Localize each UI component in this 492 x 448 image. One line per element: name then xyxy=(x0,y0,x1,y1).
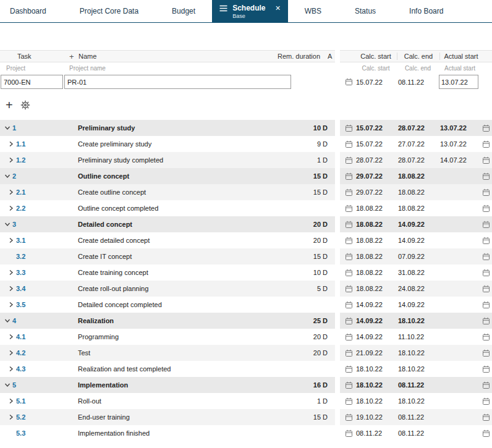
calendar-icon[interactable] xyxy=(480,413,492,421)
task-row[interactable]: 1.2Preliminary study completed1 D xyxy=(0,152,335,168)
calendar-icon[interactable] xyxy=(342,285,355,293)
date-row[interactable]: 18.08.2224.08.22 xyxy=(340,281,492,297)
date-row[interactable]: 18.08.2207.09.22 xyxy=(340,248,492,264)
chevron-right-icon[interactable] xyxy=(6,414,16,420)
date-row[interactable]: 18.08.2231.08.22 xyxy=(340,264,492,281)
calendar-icon[interactable] xyxy=(342,156,355,164)
column-header-calc-end[interactable]: Calc. end xyxy=(397,53,439,60)
chevron-right-icon[interactable] xyxy=(6,269,16,276)
task-row[interactable]: 1Preliminary study10 D xyxy=(0,120,335,136)
calendar-icon[interactable] xyxy=(480,333,492,341)
calendar-icon[interactable] xyxy=(480,269,492,277)
task-row[interactable]: 2.2Outline concept completed xyxy=(0,200,335,216)
calendar-icon[interactable] xyxy=(342,221,355,229)
column-header-calc-start[interactable]: Calc. start xyxy=(355,53,397,60)
chevron-right-icon[interactable] xyxy=(6,285,16,292)
project-id-input[interactable] xyxy=(1,75,63,89)
add-column-icon[interactable]: + xyxy=(69,52,78,61)
task-row[interactable]: 1.1Create preliminary study9 D xyxy=(0,136,335,152)
task-row[interactable]: 4Realization25 D xyxy=(0,313,335,329)
project-actual-start-input[interactable]: 13.07.22 xyxy=(439,75,478,89)
project-name-input[interactable] xyxy=(64,75,291,89)
date-row[interactable]: 18.10.2208.11.22 xyxy=(340,377,492,393)
chevron-down-icon[interactable] xyxy=(2,318,12,324)
date-row[interactable]: 21.09.2218.10.22 xyxy=(340,345,492,361)
menu-icon[interactable] xyxy=(219,5,227,12)
task-row[interactable]: 4.2Test20 D xyxy=(0,345,335,361)
task-row[interactable]: 3.2Create IT concept15 D xyxy=(0,248,335,264)
column-header-actual-start[interactable]: Actual start xyxy=(439,53,482,60)
task-row[interactable]: 3.1Create detailed concept20 D xyxy=(0,232,335,248)
task-row[interactable]: 5.3Implementation finished xyxy=(0,425,335,441)
tab-wbs[interactable]: WBS xyxy=(288,0,338,22)
calendar-icon[interactable] xyxy=(342,429,355,437)
date-row[interactable]: 19.10.2208.11.22 xyxy=(340,409,492,425)
calendar-icon[interactable] xyxy=(480,317,492,325)
chevron-right-icon[interactable] xyxy=(6,350,16,356)
tab-project-core-data[interactable]: Project Core Data xyxy=(63,0,155,22)
calendar-icon[interactable] xyxy=(480,285,492,293)
calendar-icon[interactable] xyxy=(342,124,355,132)
task-row[interactable]: 2.1Create outline concept15 D xyxy=(0,184,335,200)
date-row[interactable]: 08.11.2208.11.22 xyxy=(340,425,492,441)
date-row[interactable]: 29.07.2218.08.22 xyxy=(340,184,492,200)
calendar-icon[interactable] xyxy=(342,301,355,309)
calendar-icon[interactable] xyxy=(480,221,492,229)
date-row[interactable]: 18.08.2214.09.22 xyxy=(340,232,492,248)
date-row[interactable]: 18.08.2218.08.22 xyxy=(340,200,492,216)
tab-info-board[interactable]: Info Board xyxy=(392,0,460,22)
calendar-icon[interactable] xyxy=(342,349,355,357)
calendar-icon[interactable] xyxy=(342,365,355,373)
chevron-right-icon[interactable] xyxy=(6,189,16,195)
calendar-icon[interactable] xyxy=(480,349,492,357)
chevron-right-icon[interactable] xyxy=(6,302,16,308)
calendar-icon[interactable] xyxy=(480,188,492,197)
date-row[interactable]: 28.07.2228.07.2214.07.22 xyxy=(340,152,492,168)
date-row[interactable]: 14.09.2214.09.22 xyxy=(340,297,492,313)
chevron-right-icon[interactable] xyxy=(6,141,16,147)
calendar-icon[interactable] xyxy=(480,237,492,245)
calendar-icon[interactable] xyxy=(342,317,355,325)
task-row[interactable]: 4.3Realization and test completed xyxy=(0,361,335,377)
add-task-button[interactable]: + xyxy=(6,99,13,111)
column-header-task[interactable]: Task xyxy=(0,53,69,60)
calendar-icon[interactable] xyxy=(480,172,492,180)
calendar-icon[interactable] xyxy=(342,397,355,405)
column-header-rem-duration[interactable]: Rem. duration xyxy=(265,53,328,60)
calendar-icon[interactable] xyxy=(480,429,492,437)
chevron-down-icon[interactable] xyxy=(2,382,12,388)
task-row[interactable]: 3Detailed concept20 D xyxy=(0,216,335,232)
task-row[interactable]: 3.3Create training concept10 D xyxy=(0,264,335,281)
tab-schedule[interactable]: Schedule×Base xyxy=(212,0,288,22)
gear-icon[interactable] xyxy=(20,100,30,110)
column-header-name[interactable]: Name xyxy=(78,53,265,60)
chevron-down-icon[interactable] xyxy=(2,173,12,179)
date-row[interactable]: 29.07.2218.08.22 xyxy=(340,168,492,184)
calendar-icon[interactable] xyxy=(480,253,492,261)
calendar-icon[interactable] xyxy=(480,381,492,389)
chevron-right-icon[interactable] xyxy=(6,366,16,372)
calendar-icon[interactable] xyxy=(480,140,492,148)
calendar-icon[interactable] xyxy=(480,397,492,405)
calendar-icon[interactable] xyxy=(342,253,355,261)
calendar-icon[interactable] xyxy=(342,172,355,180)
calendar-icon[interactable] xyxy=(342,78,355,86)
tab-budget[interactable]: Budget xyxy=(155,0,212,22)
task-row[interactable]: 5Implementation16 D xyxy=(0,377,335,393)
task-row[interactable]: 3.5Detailed concept completed xyxy=(0,297,335,313)
date-row[interactable]: 14.09.2218.10.22 xyxy=(340,313,492,329)
calendar-icon[interactable] xyxy=(342,237,355,245)
calendar-icon[interactable] xyxy=(480,205,492,213)
task-row[interactable]: 5.1Roll-out1 D xyxy=(0,393,335,409)
calendar-icon[interactable] xyxy=(480,365,492,373)
calendar-icon[interactable] xyxy=(342,188,355,197)
calendar-icon[interactable] xyxy=(480,124,492,132)
tab-dashboard[interactable]: Dashboard xyxy=(0,0,63,22)
chevron-right-icon[interactable] xyxy=(6,398,16,404)
date-row[interactable]: 14.09.2211.10.22 xyxy=(340,329,492,345)
task-row[interactable]: 5.2End-user training15 D xyxy=(0,409,335,425)
calendar-icon[interactable] xyxy=(342,381,355,389)
calendar-icon[interactable] xyxy=(342,269,355,277)
column-header-a[interactable]: A xyxy=(328,53,335,60)
chevron-right-icon[interactable] xyxy=(6,157,16,163)
